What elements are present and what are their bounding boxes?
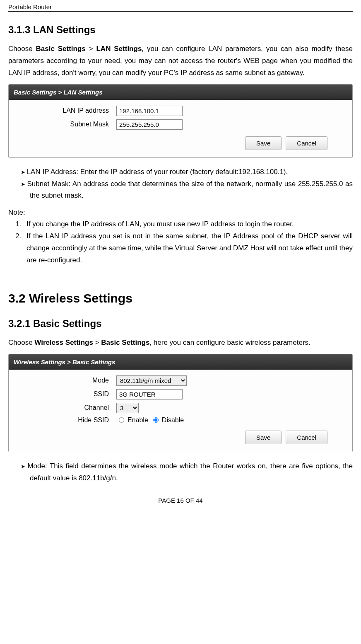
intro-bold2: LAN Settings	[96, 45, 142, 53]
lan-panel-body: LAN IP address Subnet Mask Save Cancel	[9, 100, 352, 157]
note-1: If you change the IP address of LAN, you…	[23, 218, 353, 230]
wireless-panel-title: Wireless Settings > Basic Settings	[9, 354, 352, 370]
intro-pre: Choose	[8, 45, 36, 53]
intro321-bold1: Wireless Settings	[34, 339, 93, 346]
hide-ssid-radios: Enable Disable	[116, 416, 184, 424]
wireless-bullet-list: Mode: This field determines the wireless…	[8, 460, 353, 484]
cancel-button[interactable]: Cancel	[286, 431, 327, 444]
lan-ip-input[interactable]	[116, 106, 183, 116]
hide-disable-label: Disable	[162, 416, 184, 424]
lan-ip-label: LAN IP address	[17, 107, 116, 114]
heading-3-2-1: 3.2.1 Basic Settings	[8, 318, 353, 329]
hide-disable-radio[interactable]	[153, 417, 159, 423]
wireless-bullet-mode: Mode: This field determines the wireless…	[8, 460, 353, 484]
heading-3-1-3: 3.1.3 LAN Settings	[8, 24, 353, 36]
channel-row: Channel 3	[17, 403, 344, 413]
lan-ip-row: LAN IP address	[17, 106, 344, 116]
note-heading: Note:	[8, 208, 353, 217]
subnet-input[interactable]	[116, 119, 183, 130]
doc-header-title: Portable Router	[8, 0, 353, 11]
intro-mid: >	[86, 45, 96, 53]
hide-enable-radio[interactable]	[119, 417, 124, 423]
channel-label: Channel	[17, 404, 116, 412]
intro321-pre: Choose	[8, 339, 34, 346]
subnet-label: Subnet Mask	[17, 121, 116, 128]
intro321-bold2: Basic Settings	[101, 339, 149, 346]
wireless-panel-body: Mode 802.11b/g/n mixed SSID Channel 3 Hi…	[9, 370, 352, 452]
lan-settings-panel: Basic Settings > LAN Settings LAN IP add…	[8, 84, 353, 158]
header-rule	[8, 11, 353, 12]
ssid-input[interactable]	[116, 389, 183, 399]
cancel-button[interactable]: Cancel	[286, 136, 327, 150]
intro-bold1: Basic Settings	[36, 45, 85, 53]
lan-bullet-ip: LAN IP Address: Enter the IP address of …	[8, 166, 353, 178]
intro321-post: , here you can configure basic wireless …	[149, 339, 310, 346]
save-button[interactable]: Save	[245, 431, 282, 444]
mode-select[interactable]: 802.11b/g/n mixed	[116, 375, 187, 386]
subnet-row: Subnet Mask	[17, 119, 344, 130]
channel-select[interactable]: 3	[116, 403, 139, 413]
wireless-button-row: Save Cancel	[17, 427, 344, 445]
lan-bullet-list: LAN IP Address: Enter the IP address of …	[8, 166, 353, 202]
ssid-row: SSID	[17, 389, 344, 399]
hide-ssid-row: Hide SSID Enable Disable	[17, 416, 344, 424]
lan-panel-title: Basic Settings > LAN Settings	[9, 85, 352, 100]
lan-bullet-mask: Subnet Mask: An address code that determ…	[8, 178, 353, 202]
intro321-mid: >	[93, 339, 101, 346]
mode-label: Mode	[17, 377, 116, 384]
save-button[interactable]: Save	[245, 136, 282, 150]
intro-3-2-1: Choose Wireless Settings > Basic Setting…	[8, 337, 353, 349]
lan-button-row: Save Cancel	[17, 133, 344, 151]
hide-ssid-label: Hide SSID	[17, 416, 116, 424]
hide-enable-label: Enable	[128, 416, 148, 424]
ssid-label: SSID	[17, 390, 116, 398]
heading-3-2: 3.2 Wireless Settings	[8, 291, 353, 305]
note-2: If the LAN IP address you set is not in …	[23, 230, 353, 266]
page-footer: PAGE 16 OF 44	[8, 497, 353, 508]
wireless-settings-panel: Wireless Settings > Basic Settings Mode …	[8, 354, 353, 452]
intro-3-1-3: Choose Basic Settings > LAN Settings, yo…	[8, 43, 353, 79]
note-list: If you change the IP address of LAN, you…	[8, 218, 353, 266]
mode-row: Mode 802.11b/g/n mixed	[17, 375, 344, 386]
